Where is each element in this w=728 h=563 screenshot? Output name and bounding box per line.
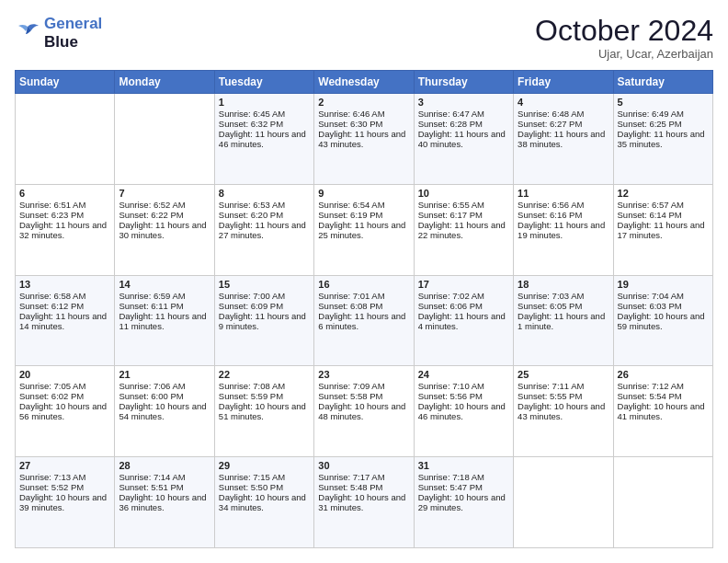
sunrise-text: Sunrise: 7:05 AM — [19, 381, 110, 391]
table-row: 23Sunrise: 7:09 AMSunset: 5:58 PMDayligh… — [314, 366, 414, 457]
sunset-text: Sunset: 5:50 PM — [219, 482, 310, 492]
day-number: 4 — [518, 97, 609, 108]
table-row: 6Sunrise: 6:51 AMSunset: 6:23 PMDaylight… — [16, 184, 115, 275]
sunset-text: Sunset: 6:05 PM — [518, 301, 609, 311]
sunrise-text: Sunrise: 7:13 AM — [19, 472, 110, 482]
table-row: 28Sunrise: 7:14 AMSunset: 5:51 PMDayligh… — [115, 457, 214, 548]
col-friday: Friday — [514, 71, 613, 94]
day-number: 25 — [518, 369, 609, 380]
sunrise-text: Sunrise: 6:55 AM — [418, 200, 509, 210]
sunset-text: Sunset: 6:02 PM — [19, 391, 110, 401]
daylight-text: Daylight: 11 hours and 46 minutes. — [219, 129, 310, 149]
sunrise-text: Sunrise: 7:09 AM — [318, 381, 409, 391]
table-row: 2Sunrise: 6:46 AMSunset: 6:30 PMDaylight… — [314, 94, 414, 185]
table-row: 19Sunrise: 7:04 AMSunset: 6:03 PMDayligh… — [613, 275, 712, 366]
daylight-text: Daylight: 11 hours and 1 minute. — [518, 311, 609, 331]
sunset-text: Sunset: 5:59 PM — [219, 391, 310, 401]
col-monday: Monday — [115, 71, 214, 94]
day-number: 10 — [418, 188, 509, 199]
col-wednesday: Wednesday — [314, 71, 414, 94]
table-row: 24Sunrise: 7:10 AMSunset: 5:56 PMDayligh… — [414, 366, 513, 457]
sunrise-text: Sunrise: 6:57 AM — [618, 200, 709, 210]
table-row: 18Sunrise: 7:03 AMSunset: 6:05 PMDayligh… — [514, 275, 613, 366]
table-row: 26Sunrise: 7:12 AMSunset: 5:54 PMDayligh… — [613, 366, 712, 457]
sunset-text: Sunset: 6:23 PM — [19, 210, 110, 220]
sunset-text: Sunset: 6:17 PM — [418, 210, 509, 220]
sunrise-text: Sunrise: 6:54 AM — [318, 200, 409, 210]
day-number: 17 — [418, 279, 509, 290]
table-row: 12Sunrise: 6:57 AMSunset: 6:14 PMDayligh… — [613, 184, 712, 275]
sunset-text: Sunset: 6:22 PM — [119, 210, 210, 220]
daylight-text: Daylight: 10 hours and 46 minutes. — [418, 401, 509, 421]
table-row: 22Sunrise: 7:08 AMSunset: 5:59 PMDayligh… — [214, 366, 313, 457]
table-row: 3Sunrise: 6:47 AMSunset: 6:28 PMDaylight… — [414, 94, 513, 185]
table-row: 16Sunrise: 7:01 AMSunset: 6:08 PMDayligh… — [314, 275, 414, 366]
table-row: 13Sunrise: 6:58 AMSunset: 6:12 PMDayligh… — [16, 275, 115, 366]
table-row: 17Sunrise: 7:02 AMSunset: 6:06 PMDayligh… — [414, 275, 513, 366]
day-number: 19 — [618, 279, 709, 290]
sunrise-text: Sunrise: 7:18 AM — [418, 472, 509, 482]
table-row: 29Sunrise: 7:15 AMSunset: 5:50 PMDayligh… — [214, 457, 313, 548]
day-number: 20 — [19, 369, 110, 380]
logo-text: General Blue — [44, 15, 102, 52]
sunrise-text: Sunrise: 7:04 AM — [618, 291, 709, 301]
title-block: October 2024 Ujar, Ucar, Azerbaijan — [535, 15, 713, 61]
location: Ujar, Ucar, Azerbaijan — [535, 47, 713, 61]
table-row — [16, 94, 115, 185]
daylight-text: Daylight: 11 hours and 11 minutes. — [119, 311, 210, 331]
daylight-text: Daylight: 11 hours and 22 minutes. — [418, 220, 509, 240]
table-row: 25Sunrise: 7:11 AMSunset: 5:55 PMDayligh… — [514, 366, 613, 457]
table-row: 4Sunrise: 6:48 AMSunset: 6:27 PMDaylight… — [514, 94, 613, 185]
calendar-week-5: 27Sunrise: 7:13 AMSunset: 5:52 PMDayligh… — [16, 457, 713, 548]
col-sunday: Sunday — [16, 71, 115, 94]
sunset-text: Sunset: 5:55 PM — [518, 391, 609, 401]
sunset-text: Sunset: 6:20 PM — [219, 210, 310, 220]
day-number: 23 — [318, 369, 409, 380]
table-row: 10Sunrise: 6:55 AMSunset: 6:17 PMDayligh… — [414, 184, 513, 275]
table-row: 20Sunrise: 7:05 AMSunset: 6:02 PMDayligh… — [16, 366, 115, 457]
calendar-table: Sunday Monday Tuesday Wednesday Thursday… — [15, 70, 713, 548]
sunrise-text: Sunrise: 6:51 AM — [19, 200, 110, 210]
page: General Blue October 2024 Ujar, Ucar, Az… — [0, 0, 728, 563]
sunset-text: Sunset: 6:32 PM — [219, 119, 310, 129]
daylight-text: Daylight: 11 hours and 9 minutes. — [219, 311, 310, 331]
sunset-text: Sunset: 6:03 PM — [618, 301, 709, 311]
day-number: 22 — [219, 369, 310, 380]
daylight-text: Daylight: 11 hours and 27 minutes. — [219, 220, 310, 240]
sunrise-text: Sunrise: 6:47 AM — [418, 109, 509, 119]
sunrise-text: Sunrise: 6:46 AM — [318, 109, 409, 119]
table-row: 31Sunrise: 7:18 AMSunset: 5:47 PMDayligh… — [414, 457, 513, 548]
daylight-text: Daylight: 11 hours and 40 minutes. — [418, 129, 509, 149]
daylight-text: Daylight: 10 hours and 34 minutes. — [219, 492, 310, 512]
sunrise-text: Sunrise: 7:00 AM — [219, 291, 310, 301]
daylight-text: Daylight: 11 hours and 32 minutes. — [19, 220, 110, 240]
day-number: 26 — [618, 369, 709, 380]
sunrise-text: Sunrise: 6:53 AM — [219, 200, 310, 210]
daylight-text: Daylight: 10 hours and 54 minutes. — [119, 401, 210, 421]
day-number: 28 — [119, 460, 210, 471]
day-number: 13 — [19, 279, 110, 290]
day-number: 11 — [518, 188, 609, 199]
sunrise-text: Sunrise: 7:08 AM — [219, 381, 310, 391]
daylight-text: Daylight: 11 hours and 19 minutes. — [518, 220, 609, 240]
sunset-text: Sunset: 5:54 PM — [618, 391, 709, 401]
sunset-text: Sunset: 6:12 PM — [19, 301, 110, 311]
calendar-week-4: 20Sunrise: 7:05 AMSunset: 6:02 PMDayligh… — [16, 366, 713, 457]
sunrise-text: Sunrise: 7:03 AM — [518, 291, 609, 301]
calendar-header-row: Sunday Monday Tuesday Wednesday Thursday… — [16, 71, 713, 94]
table-row: 21Sunrise: 7:06 AMSunset: 6:00 PMDayligh… — [115, 366, 214, 457]
daylight-text: Daylight: 10 hours and 36 minutes. — [119, 492, 210, 512]
table-row: 30Sunrise: 7:17 AMSunset: 5:48 PMDayligh… — [314, 457, 414, 548]
table-row: 11Sunrise: 6:56 AMSunset: 6:16 PMDayligh… — [514, 184, 613, 275]
table-row — [514, 457, 613, 548]
sunrise-text: Sunrise: 6:48 AM — [518, 109, 609, 119]
daylight-text: Daylight: 11 hours and 43 minutes. — [318, 129, 409, 149]
logo-bird-icon — [15, 23, 40, 43]
daylight-text: Daylight: 10 hours and 43 minutes. — [518, 401, 609, 421]
calendar-week-1: 1Sunrise: 6:45 AMSunset: 6:32 PMDaylight… — [16, 94, 713, 185]
daylight-text: Daylight: 11 hours and 30 minutes. — [119, 220, 210, 240]
day-number: 30 — [318, 460, 409, 471]
sunrise-text: Sunrise: 6:45 AM — [219, 109, 310, 119]
sunrise-text: Sunrise: 7:02 AM — [418, 291, 509, 301]
sunrise-text: Sunrise: 6:52 AM — [119, 200, 210, 210]
